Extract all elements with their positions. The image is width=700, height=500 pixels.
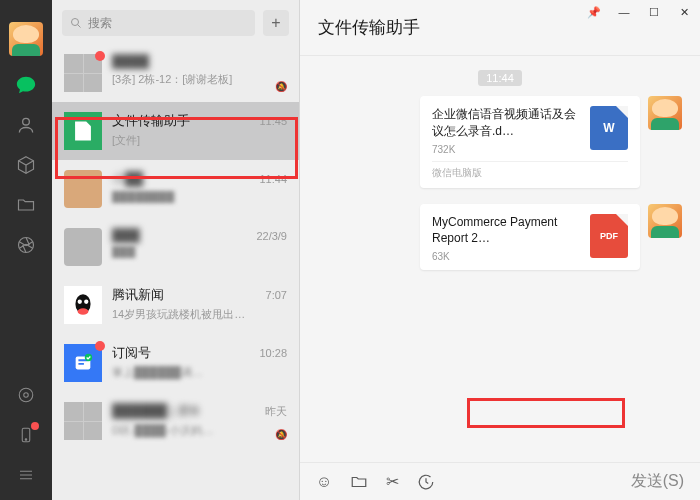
svg-point-2 bbox=[19, 388, 33, 402]
word-file-icon: W bbox=[590, 106, 628, 150]
chat-time: 22/3/9 bbox=[256, 230, 287, 242]
chat-preview: D区-████-小沃妈… bbox=[112, 423, 287, 438]
file-source: 微信电脑版 bbox=[432, 161, 628, 180]
chat-item[interactable]: 小██11:44████████ bbox=[52, 160, 299, 218]
file-card[interactable]: MyCommerce Payment Report 2…63KPDF bbox=[420, 204, 640, 271]
send-button[interactable]: 发送(S) bbox=[631, 471, 684, 492]
message-avatar[interactable] bbox=[648, 204, 682, 238]
page-title: 文件传输助手 bbox=[318, 16, 420, 39]
add-button[interactable]: + bbox=[263, 10, 289, 36]
chat-item[interactable]: 订阅号10:28掌上██████调… bbox=[52, 334, 299, 392]
chat-item[interactable]: ██████ | 群B昨天D区-████-小沃妈…🔕 bbox=[52, 392, 299, 450]
window-controls: 📌 — ☐ ✕ bbox=[586, 6, 692, 19]
emoji-icon[interactable]: ☺ bbox=[316, 473, 332, 491]
user-avatar[interactable] bbox=[9, 22, 43, 56]
message-row: 企业微信语音视频通话及会议怎么录音.d…732KW微信电脑版 bbox=[318, 96, 682, 188]
chat-preview: ███ bbox=[112, 246, 287, 258]
maximize-icon[interactable]: ☐ bbox=[646, 6, 662, 19]
input-toolbar: ☺ ✂ 发送(S) bbox=[300, 462, 700, 500]
nav-contacts-icon[interactable] bbox=[15, 114, 37, 136]
mute-icon: 🔕 bbox=[275, 81, 287, 92]
chat-preview: [3条] 2栋-12：[谢谢老板] bbox=[112, 72, 287, 87]
minimize-icon[interactable]: — bbox=[616, 6, 632, 19]
chat-item[interactable]: ███22/3/9███ bbox=[52, 218, 299, 276]
mute-icon: 🔕 bbox=[275, 429, 287, 440]
chat-time: 昨天 bbox=[265, 404, 287, 419]
chat-history-icon[interactable] bbox=[417, 473, 435, 491]
pin-icon[interactable]: 📌 bbox=[586, 6, 602, 19]
chat-name: ████ bbox=[112, 54, 149, 69]
nav-box-icon[interactable] bbox=[15, 154, 37, 176]
chat-time: 11:44 bbox=[259, 173, 287, 185]
chat-list-panel: 搜索 + ████[3条] 2栋-12：[谢谢老板]🔕文件传输助手11:45[文… bbox=[52, 0, 300, 500]
main-panel: 📌 — ☐ ✕ 文件传输助手 11:44 企业微信语音视频通话及会议怎么录音.d… bbox=[300, 0, 700, 500]
chat-preview: [文件] bbox=[112, 133, 287, 148]
message-row: MyCommerce Payment Report 2…63KPDF bbox=[318, 204, 682, 271]
svg-point-9 bbox=[78, 300, 82, 304]
chat-item[interactable]: ████[3条] 2栋-12：[谢谢老板]🔕 bbox=[52, 44, 299, 102]
nav-rail bbox=[0, 0, 52, 500]
nav-folder-icon[interactable] bbox=[15, 194, 37, 216]
chat-name: 腾讯新闻 bbox=[112, 286, 164, 304]
file-title: 企业微信语音视频通话及会议怎么录音.d… bbox=[432, 106, 580, 140]
chat-preview: 掌上██████调… bbox=[112, 365, 287, 380]
chat-name: ██████ | 群B bbox=[112, 402, 200, 420]
chat-item[interactable]: 腾讯新闻7:0714岁男孩玩跳楼机被甩出… bbox=[52, 276, 299, 334]
file-size: 732K bbox=[432, 144, 580, 155]
nav-aperture-icon[interactable] bbox=[15, 234, 37, 256]
close-icon[interactable]: ✕ bbox=[676, 6, 692, 19]
nav-phone-icon[interactable] bbox=[15, 424, 37, 446]
time-label: 11:44 bbox=[478, 70, 522, 86]
file-size: 63K bbox=[432, 251, 580, 262]
search-placeholder: 搜索 bbox=[88, 15, 112, 32]
svg-point-5 bbox=[72, 19, 79, 26]
svg-point-4 bbox=[25, 439, 27, 441]
nav-miniapp-icon[interactable] bbox=[15, 384, 37, 406]
svg-point-10 bbox=[84, 300, 88, 304]
chat-preview: ████████ bbox=[112, 191, 287, 203]
attach-folder-icon[interactable] bbox=[350, 473, 368, 491]
svg-point-8 bbox=[78, 308, 89, 315]
chat-item[interactable]: 文件传输助手11:45[文件] bbox=[52, 102, 299, 160]
chat-name: 小██ bbox=[112, 170, 143, 188]
cut-icon[interactable]: ✂ bbox=[386, 472, 399, 491]
nav-menu-icon[interactable] bbox=[15, 464, 37, 486]
search-input[interactable]: 搜索 bbox=[62, 10, 255, 36]
pdf-file-icon: PDF bbox=[590, 214, 628, 258]
file-title: MyCommerce Payment Report 2… bbox=[432, 214, 580, 248]
chat-time: 7:07 bbox=[266, 289, 287, 301]
chat-name: 订阅号 bbox=[112, 344, 151, 362]
chat-name: 文件传输助手 bbox=[112, 112, 190, 130]
message-avatar[interactable] bbox=[648, 96, 682, 130]
chat-time: 10:28 bbox=[259, 347, 287, 359]
svg-point-1 bbox=[19, 238, 34, 253]
nav-chat-icon[interactable] bbox=[15, 74, 37, 96]
message-area: 11:44 企业微信语音视频通话及会议怎么录音.d…732KW微信电脑版MyCo… bbox=[300, 56, 700, 462]
svg-point-0 bbox=[23, 118, 30, 125]
chat-name: ███ bbox=[112, 228, 140, 243]
chat-time: 11:45 bbox=[259, 115, 287, 127]
file-card[interactable]: 企业微信语音视频通话及会议怎么录音.d…732KW微信电脑版 bbox=[420, 96, 640, 188]
chat-preview: 14岁男孩玩跳楼机被甩出… bbox=[112, 307, 287, 322]
